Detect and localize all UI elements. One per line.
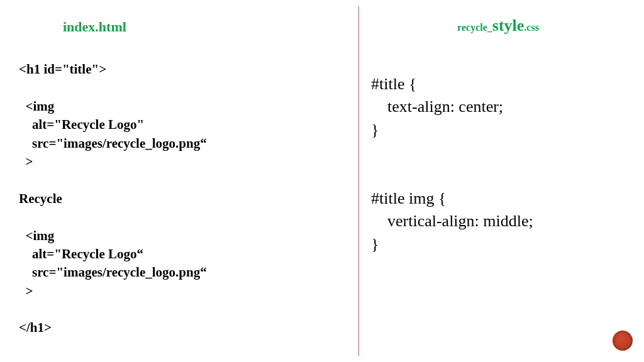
vertical-divider (358, 6, 359, 356)
html-code-block: <h1 id="title"> <img alt="Recycle Logo" … (19, 60, 340, 337)
right-file-title: recycle_style.css (371, 16, 625, 35)
css-title-prefix: recycle_ (457, 22, 492, 33)
right-column: recycle_style.css #title { text-align: c… (352, 0, 644, 362)
css-title-main: style (492, 16, 525, 35)
left-column: index.html <h1 id="title"> <img alt="Rec… (0, 0, 352, 362)
css-title-suffix: .css (524, 22, 539, 33)
decorative-badge-icon (613, 331, 633, 351)
slide: index.html <h1 id="title"> <img alt="Rec… (0, 0, 644, 362)
left-file-title: index.html (63, 19, 340, 35)
css-code-block: #title { text-align: center; } #title im… (371, 73, 625, 256)
